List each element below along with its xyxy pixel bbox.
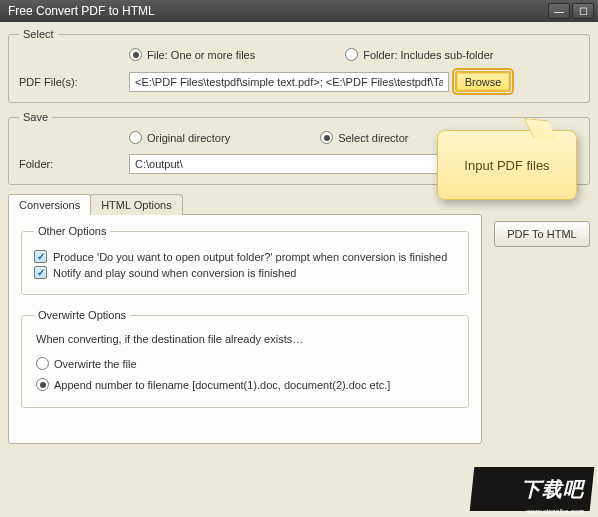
original-directory-radio[interactable]: Original directory — [129, 131, 230, 144]
append-number-label: Append number to filename [document(1).d… — [54, 379, 390, 391]
titlebar: Free Convert PDF to HTML — ☐ — [0, 0, 598, 22]
radio-dot-icon — [36, 357, 49, 370]
radio-dot-icon — [36, 378, 49, 391]
radio-dot-icon — [129, 131, 142, 144]
overwrite-file-label: Overwirte the file — [54, 358, 137, 370]
window-title: Free Convert PDF to HTML — [8, 4, 548, 18]
minimize-button[interactable]: — — [548, 3, 570, 19]
tab-conversions[interactable]: Conversions — [8, 194, 91, 215]
overwrite-options-legend: Overwirte Options — [34, 309, 130, 321]
browse-button[interactable]: Browse — [455, 71, 511, 92]
checkbox-icon — [34, 266, 47, 279]
tab-html-options[interactable]: HTML Options — [90, 194, 183, 215]
pdf-files-input[interactable] — [129, 72, 449, 92]
original-directory-label: Original directory — [147, 132, 230, 144]
select-directory-radio[interactable]: Select director — [320, 131, 408, 144]
file-radio[interactable]: File: One or more files — [129, 48, 255, 61]
radio-dot-icon — [129, 48, 142, 61]
folder-radio[interactable]: Folder: Includes sub-folder — [345, 48, 493, 61]
watermark: 下载吧 www.xiazaiba.com — [448, 447, 598, 517]
watermark-brand: 下载吧 — [521, 476, 584, 503]
tabstrip: Conversions HTML Options — [8, 194, 482, 215]
radio-dot-icon — [320, 131, 333, 144]
folder-label: Folder: — [19, 158, 129, 170]
checkbox-icon — [34, 250, 47, 263]
select-legend: Select — [19, 28, 58, 40]
tab-panel-conversions: Other Options Produce 'Do you want to op… — [8, 214, 482, 444]
overwrite-desc: When converting, if the destination file… — [36, 333, 456, 345]
other-options-legend: Other Options — [34, 225, 110, 237]
overwrite-file-radio[interactable]: Overwirte the file — [36, 357, 137, 370]
notify-checkbox[interactable]: Notify and play sound when conversion is… — [34, 266, 456, 279]
folder-input[interactable] — [129, 154, 447, 174]
prompt-checkbox[interactable]: Produce 'Do you want to open output fold… — [34, 250, 456, 263]
save-legend: Save — [19, 111, 52, 123]
prompt-checkbox-label: Produce 'Do you want to open output fold… — [53, 251, 447, 263]
file-radio-label: File: One or more files — [147, 49, 255, 61]
pdf-files-label: PDF File(s): — [19, 76, 129, 88]
select-group: Select File: One or more files Folder: I… — [8, 28, 590, 103]
other-options-group: Other Options Produce 'Do you want to op… — [21, 225, 469, 295]
close-button[interactable]: ☐ — [572, 3, 594, 19]
callout-text: Input PDF files — [464, 158, 549, 173]
notify-checkbox-label: Notify and play sound when conversion is… — [53, 267, 296, 279]
select-directory-label: Select director — [338, 132, 408, 144]
radio-dot-icon — [345, 48, 358, 61]
overwrite-options-group: Overwirte Options When converting, if th… — [21, 309, 469, 408]
append-number-radio[interactable]: Append number to filename [document(1).d… — [36, 378, 390, 391]
pdf-to-html-button[interactable]: PDF To HTML — [494, 221, 590, 247]
callout-tooltip: Input PDF files — [437, 130, 577, 200]
watermark-url: www.xiazaiba.com — [526, 508, 584, 515]
folder-radio-label: Folder: Includes sub-folder — [363, 49, 493, 61]
content-area: Select File: One or more files Folder: I… — [0, 22, 598, 517]
